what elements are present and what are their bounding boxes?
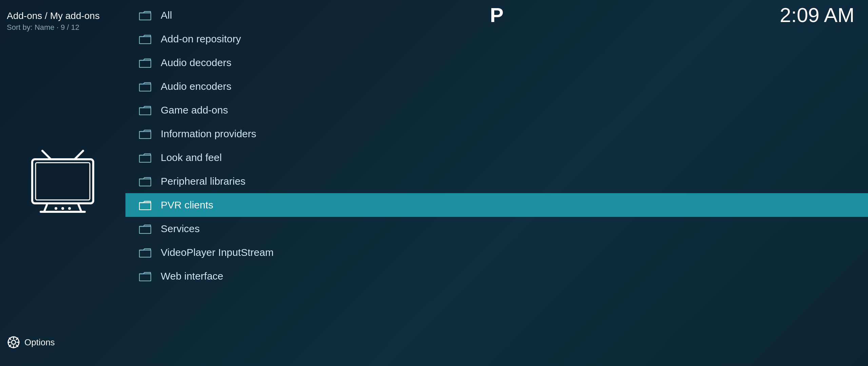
letter-indicator: P — [490, 3, 504, 27]
folder-icon — [139, 152, 151, 163]
menu-item-label: Audio encoders — [161, 81, 231, 92]
menu-item-services[interactable]: Services — [125, 217, 868, 241]
menu-item-look-and-feel[interactable]: Look and feel — [125, 146, 868, 169]
menu-item-label: Information providers — [161, 128, 256, 140]
folder-icon — [139, 224, 151, 234]
svg-line-5 — [78, 203, 81, 212]
menu-list: AllAdd-on repositoryAudio decodersAudio … — [125, 0, 868, 288]
folder-icon — [139, 200, 151, 210]
right-panel: P 2:09 AM AllAdd-on repositoryAudio deco… — [125, 0, 868, 366]
main-container: Add-ons / My add-ons Sort by: Name · 9 /… — [0, 0, 868, 366]
menu-item-addon-repository[interactable]: Add-on repository — [125, 27, 868, 51]
menu-item-label: Services — [161, 223, 200, 235]
menu-item-audio-decoders[interactable]: Audio decoders — [125, 51, 868, 75]
menu-item-information-providers[interactable]: Information providers — [125, 122, 868, 146]
menu-item-label: VideoPlayer InputStream — [161, 247, 274, 258]
svg-point-9 — [68, 207, 71, 210]
tv-icon — [25, 149, 100, 225]
folder-icon — [139, 247, 151, 258]
breadcrumb: Add-ons / My add-ons — [7, 10, 119, 22]
options-bar[interactable]: Options — [7, 329, 119, 356]
svg-point-7 — [55, 207, 57, 210]
svg-point-11 — [12, 340, 16, 344]
folder-icon — [139, 34, 151, 44]
menu-item-game-addons[interactable]: Game add-ons — [125, 98, 868, 122]
svg-line-4 — [44, 203, 47, 212]
folder-icon — [139, 271, 151, 281]
menu-item-label: Web interface — [161, 270, 223, 282]
folder-icon — [139, 105, 151, 115]
folder-icon — [139, 176, 151, 186]
menu-item-web-interface[interactable]: Web interface — [125, 264, 868, 288]
menu-item-audio-encoders[interactable]: Audio encoders — [125, 75, 868, 98]
tv-icon-container — [7, 45, 119, 329]
svg-point-8 — [61, 207, 64, 210]
menu-item-label: Peripheral libraries — [161, 176, 245, 187]
menu-item-pvr-clients[interactable]: PVR clients — [125, 193, 868, 217]
folder-icon — [139, 58, 151, 68]
menu-item-label: Add-on repository — [161, 33, 241, 45]
menu-item-label: PVR clients — [161, 199, 213, 211]
menu-item-label: Game add-ons — [161, 104, 228, 116]
svg-rect-3 — [36, 163, 90, 200]
folder-icon — [139, 81, 151, 92]
folder-icon — [139, 129, 151, 139]
svg-line-1 — [75, 151, 83, 159]
menu-item-label: All — [161, 9, 172, 21]
folder-icon — [139, 10, 151, 20]
menu-item-label: Audio decoders — [161, 57, 231, 68]
menu-item-peripheral-libraries[interactable]: Peripheral libraries — [125, 169, 868, 193]
svg-line-0 — [42, 151, 51, 159]
clock: 2:09 AM — [780, 3, 854, 27]
options-icon — [7, 336, 20, 349]
left-panel: Add-ons / My add-ons Sort by: Name · 9 /… — [0, 0, 125, 366]
options-label[interactable]: Options — [24, 337, 55, 348]
breadcrumb-area: Add-ons / My add-ons Sort by: Name · 9 /… — [7, 10, 119, 32]
sort-info: Sort by: Name · 9 / 12 — [7, 23, 119, 32]
menu-item-label: Look and feel — [161, 152, 222, 163]
menu-item-videoplayer-inputstream[interactable]: VideoPlayer InputStream — [125, 241, 868, 264]
